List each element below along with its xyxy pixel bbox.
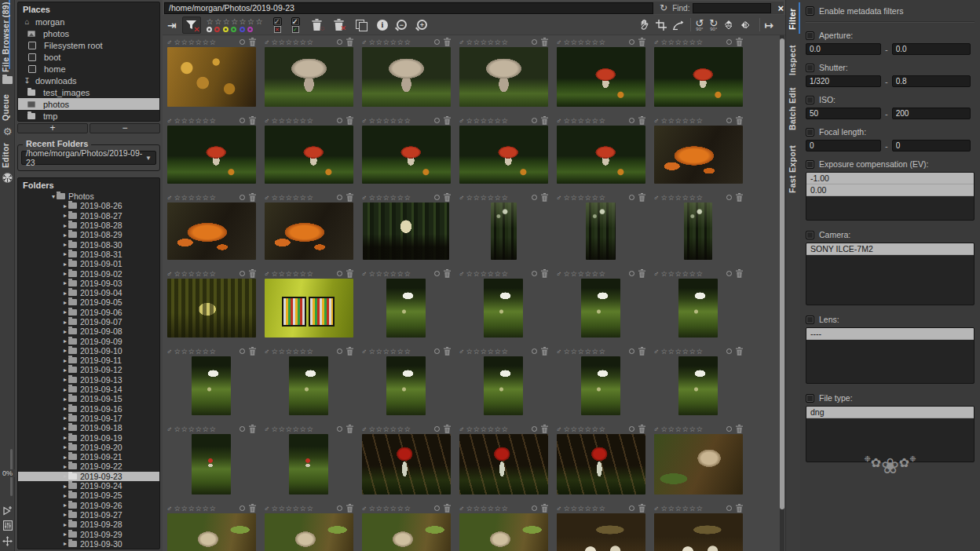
star-rating-icons[interactable]: ☆☆☆☆☆☆: [369, 269, 411, 278]
tree-item-2019-08-31[interactable]: ▸2019-08-31: [18, 250, 159, 259]
expander-icon[interactable]: ▸: [62, 386, 68, 393]
star-rating-icons[interactable]: ☆☆☆☆☆☆: [661, 38, 704, 46]
color-label-icon[interactable]: [532, 348, 537, 354]
expander-icon[interactable]: ▸: [62, 473, 68, 480]
thumbnail[interactable]: ♂☆☆☆☆☆☆: [360, 503, 452, 551]
star-rating-icons[interactable]: ☆☆☆☆☆☆: [661, 193, 704, 202]
trash-icon[interactable]: [346, 347, 353, 356]
trash-icon[interactable]: [638, 38, 645, 46]
file-browser-icon[interactable]: [2, 76, 13, 86]
thumbnail[interactable]: ♂☆☆☆☆☆☆: [165, 192, 258, 260]
recent-folders-dropdown[interactable]: /home/morgan/Photos/2019-09-23 ▼: [21, 151, 156, 165]
thumbnail[interactable]: ♂☆☆☆☆☆☆: [457, 268, 550, 338]
star-rating-icons[interactable]: ☆☆☆☆☆☆: [564, 347, 606, 356]
star-rating-icons[interactable]: ☆☆☆☆☆☆: [174, 425, 217, 433]
trash-icon[interactable]: [444, 347, 451, 356]
tree-item-2019-09-04[interactable]: ▸2019-09-04: [18, 288, 159, 297]
trash-icon[interactable]: [541, 504, 548, 513]
photo-moss[interactable]: [581, 279, 620, 338]
tree-item-2019-08-27[interactable]: ▸2019-08-27: [18, 211, 159, 221]
trash-icon[interactable]: [638, 347, 645, 356]
zoom-in-icon[interactable]: +: [417, 20, 427, 30]
find-input[interactable]: [693, 3, 771, 13]
photo-moss[interactable]: [289, 356, 328, 415]
color-label-icon[interactable]: [726, 505, 732, 511]
star-filter-icons[interactable]: ☆☆☆☆☆☆☆: [207, 18, 264, 26]
tree-item-2019-09-28[interactable]: ▸2019-09-28: [18, 520, 159, 529]
color-label-icon[interactable]: [337, 39, 342, 45]
thumbnail[interactable]: ♂☆☆☆☆☆☆: [652, 346, 744, 415]
tree-item-2019-09-06[interactable]: ▸2019-09-06: [18, 308, 159, 317]
thumbnail[interactable]: ♂☆☆☆☆☆☆: [652, 115, 744, 184]
color-label-icon[interactable]: [532, 271, 537, 276]
place-item-photos[interactable]: photos: [18, 27, 159, 39]
star-rating-icons[interactable]: ☆☆☆☆☆☆: [466, 38, 509, 46]
photo-moss[interactable]: [678, 279, 718, 338]
checkbox[interactable]: [806, 231, 814, 239]
star-rating-icons[interactable]: ☆☆☆☆☆☆: [174, 504, 217, 513]
tab-fast-export[interactable]: Fast Export: [788, 141, 797, 196]
lens-listbox[interactable]: ----: [806, 327, 975, 384]
flip-horizontal-icon[interactable]: [740, 20, 751, 31]
photo-checker[interactable]: [265, 279, 353, 338]
list-option[interactable]: 0.00: [806, 184, 974, 196]
trash-icon[interactable]: [346, 504, 353, 513]
star-rating-icons[interactable]: ☆☆☆☆☆☆: [369, 38, 411, 46]
color-label-icon[interactable]: [629, 118, 634, 123]
thumbnail[interactable]: ♂☆☆☆☆☆☆: [165, 346, 258, 415]
star-rating-icons[interactable]: ☆☆☆☆☆☆: [564, 504, 606, 513]
checkbox[interactable]: [806, 96, 814, 104]
photo-moss[interactable]: [386, 356, 426, 415]
tree-item-2019-09-02[interactable]: ▸2019-09-02: [18, 268, 159, 278]
star-rating-icons[interactable]: ☆☆☆☆☆☆: [661, 116, 704, 125]
thumbnail[interactable]: ♂☆☆☆☆☆☆: [554, 268, 647, 338]
photo-orange[interactable]: [265, 203, 353, 260]
star-rating-icons[interactable]: ☆☆☆☆☆☆: [272, 116, 314, 125]
photo-greycap[interactable]: [459, 47, 548, 107]
thumbnail[interactable]: ♂☆☆☆☆☆☆: [652, 37, 744, 107]
photo-redcapdark[interactable]: [557, 434, 645, 494]
checkbox[interactable]: [806, 316, 814, 324]
color-label-icon[interactable]: [726, 195, 732, 200]
aperture-from-input[interactable]: [806, 43, 881, 55]
zoom-out-icon[interactable]: −: [397, 20, 407, 30]
photo-moss[interactable]: [484, 279, 523, 338]
color-label-icon[interactable]: [434, 118, 440, 123]
tree-item-2019-09-21[interactable]: ▸2019-09-21: [18, 452, 159, 462]
star-rating-icons[interactable]: ☆☆☆☆☆☆: [661, 425, 704, 433]
trash-icon[interactable]: [541, 269, 548, 278]
focal-from-input[interactable]: [806, 140, 881, 151]
filetype-filter[interactable]: File type:: [806, 393, 975, 403]
color-label-icon[interactable]: [434, 348, 440, 354]
expander-icon[interactable]: ▸: [62, 492, 68, 499]
trash-icon[interactable]: [736, 425, 743, 433]
place-item-test_images[interactable]: test_images: [18, 86, 159, 98]
place-item-boot[interactable]: boot: [18, 51, 159, 63]
color-label-icon[interactable]: [434, 271, 440, 276]
thumbnail[interactable]: ♂☆☆☆☆☆☆: [652, 268, 744, 338]
expander-icon[interactable]: ▸: [62, 232, 68, 239]
expander-icon[interactable]: ▸: [62, 521, 68, 528]
color-label-icon[interactable]: [726, 426, 732, 432]
thumbnail[interactable]: ♂☆☆☆☆☆☆: [457, 346, 550, 415]
photo-greycap[interactable]: [362, 47, 451, 107]
thumbnail[interactable]: ♂☆☆☆☆☆☆: [457, 37, 550, 107]
collapse-left-panel-button[interactable]: ⇥: [167, 19, 177, 31]
color-label-circle-2[interactable]: [223, 27, 229, 32]
trash-icon[interactable]: [346, 116, 353, 125]
thumbnail[interactable]: ♂☆☆☆☆☆☆: [262, 115, 355, 184]
photo-moss[interactable]: [386, 279, 426, 338]
checkbox[interactable]: [806, 6, 814, 16]
trash-icon[interactable]: [541, 38, 548, 46]
photo-moss[interactable]: [678, 356, 718, 415]
color-label-icon[interactable]: [240, 195, 245, 200]
expander-icon[interactable]: ▸: [62, 290, 68, 297]
ev-listbox[interactable]: -1.000.00: [806, 172, 975, 221]
thumbnail[interactable]: ♂☆☆☆☆☆☆: [165, 37, 258, 107]
tree-item-2019-09-03[interactable]: ▸2019-09-03: [18, 279, 159, 288]
straighten-icon[interactable]: [672, 20, 685, 31]
thumbnail[interactable]: ♂☆☆☆☆☆☆: [554, 503, 647, 551]
flip-vertical-icon[interactable]: [723, 20, 734, 31]
star-rating-icons[interactable]: ☆☆☆☆☆☆: [564, 193, 606, 202]
star-rating-icons[interactable]: ☆☆☆☆☆☆: [369, 193, 411, 202]
